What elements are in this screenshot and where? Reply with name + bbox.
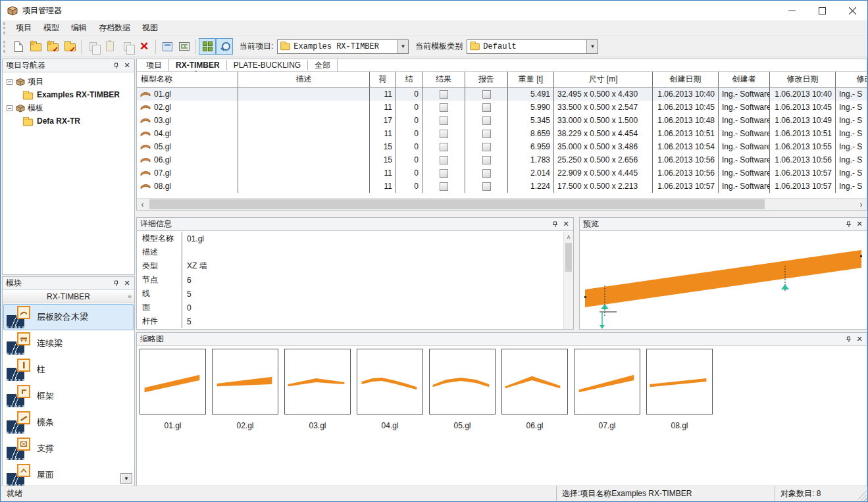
report-checkbox[interactable]: [482, 116, 491, 125]
pin-icon[interactable]: [111, 278, 122, 289]
thumbnail-item[interactable]: 07.gl: [574, 349, 640, 430]
collapse-icon[interactable]: [7, 79, 13, 85]
tree-node-projects[interactable]: 项目: [4, 75, 133, 88]
module-item-roof[interactable]: 屋面: [3, 462, 134, 486]
column-header-10[interactable]: 修改日期: [770, 72, 836, 87]
toolbar-grip[interactable]: [3, 22, 7, 34]
close-button[interactable]: [837, 1, 867, 20]
new-model-button[interactable]: [10, 38, 27, 55]
table-row[interactable]: 05.gl1506.95935.000 x 0.500 x 3.4861.06.…: [137, 140, 867, 153]
table-row[interactable]: 07.gl1102.01422.909 x 0.500 x 4.4451.06.…: [137, 166, 867, 180]
scrollbar-track[interactable]: [148, 199, 855, 210]
close-icon[interactable]: ✕: [122, 61, 132, 71]
pin-icon[interactable]: [550, 219, 561, 230]
module-item-bracing[interactable]: 支撑: [3, 436, 134, 462]
pin-icon[interactable]: [844, 219, 854, 230]
thumbnail-item[interactable]: 01.gl: [140, 349, 206, 430]
resize-grip[interactable]: [857, 486, 867, 501]
import-project-button[interactable]: [159, 38, 176, 55]
tree-node-templates[interactable]: 模板: [4, 101, 133, 114]
menu-item-3[interactable]: 存档数据: [93, 20, 136, 36]
column-header-11[interactable]: 修改者: [836, 72, 867, 87]
results-checkbox[interactable]: [440, 90, 448, 99]
chevron-down-icon[interactable]: ▼: [586, 40, 598, 53]
tab-0[interactable]: 项目: [140, 59, 169, 72]
column-header-2[interactable]: 荷: [370, 72, 396, 87]
toolbar-grip[interactable]: [3, 41, 7, 53]
results-checkbox[interactable]: [440, 169, 448, 178]
thumbnail-item[interactable]: 03.gl: [284, 349, 351, 430]
results-checkbox[interactable]: [440, 116, 448, 125]
minimize-button[interactable]: [777, 1, 807, 20]
column-header-6[interactable]: 重量 [t]: [508, 72, 554, 87]
column-header-1[interactable]: 描述: [238, 72, 370, 87]
scrollbar-thumb[interactable]: [565, 243, 572, 272]
model-preview[interactable]: [580, 232, 867, 329]
tree-node-default-template[interactable]: Defa RX-TR: [4, 114, 133, 128]
module-item-glulam-beam[interactable]: 层板胶合木梁: [3, 304, 134, 330]
delete-button[interactable]: ✕: [136, 38, 153, 55]
column-header-9[interactable]: 创建者: [719, 72, 770, 87]
preview-view-toggle[interactable]: [216, 38, 233, 55]
chevron-down-icon[interactable]: ▼: [397, 40, 408, 53]
column-header-7[interactable]: 尺寸 [m]: [554, 72, 653, 87]
close-icon[interactable]: ✕: [561, 219, 571, 230]
menu-item-4[interactable]: 视图: [136, 20, 164, 36]
tree-node-examples-rx-timber[interactable]: Examples RX-TIMBER: [4, 88, 133, 101]
current-project-combo[interactable]: Examples RX-TIMBER ▼: [277, 39, 409, 54]
table-row[interactable]: 04.gl1108.65938.229 x 0.500 x 4.4541.06.…: [137, 127, 867, 140]
open-project-button[interactable]: ★✓: [44, 38, 61, 55]
set-current-project-button[interactable]: ✓: [61, 38, 78, 55]
table-row[interactable]: 02.gl1105.99033.500 x 0.500 x 2.5471.06.…: [137, 101, 867, 114]
thumbnail-view-toggle[interactable]: [199, 38, 216, 55]
module-group-header[interactable]: RX-TIMBER: [3, 290, 134, 303]
pin-icon[interactable]: [111, 61, 122, 71]
copy-button[interactable]: [84, 38, 101, 55]
report-checkbox[interactable]: [482, 143, 491, 151]
thumbnail-image[interactable]: [646, 349, 713, 414]
thumbnail-item[interactable]: 05.gl: [429, 349, 496, 430]
results-checkbox[interactable]: [440, 143, 448, 151]
paste-button[interactable]: [101, 38, 118, 55]
close-icon[interactable]: ✕: [854, 334, 865, 345]
collapse-icon[interactable]: [7, 105, 13, 111]
table-row[interactable]: 01.gl1105.49132.495 x 0.500 x 4.4301.06.…: [137, 88, 867, 101]
scroll-up-icon[interactable]: ∧: [564, 232, 573, 241]
thumbnail-image[interactable]: [357, 349, 423, 414]
scroll-right-icon[interactable]: ›: [855, 199, 867, 210]
report-checkbox[interactable]: [482, 156, 491, 164]
pin-icon[interactable]: [844, 334, 854, 345]
column-header-5[interactable]: 报告: [465, 72, 508, 87]
report-checkbox[interactable]: [482, 182, 491, 191]
scrollbar-thumb[interactable]: [149, 199, 765, 209]
tab-1[interactable]: RX-TIMBER: [169, 60, 227, 70]
thumbnail-item[interactable]: 06.gl: [501, 349, 568, 430]
maximize-button[interactable]: [807, 1, 837, 20]
report-checkbox[interactable]: [482, 90, 491, 99]
duplicate-button[interactable]: [118, 38, 136, 55]
thumbnail-item[interactable]: 08.gl: [646, 349, 713, 430]
column-header-0[interactable]: 模型名称ˆ: [137, 72, 238, 87]
thumbnail-image[interactable]: [284, 349, 351, 414]
thumbnail-item[interactable]: 02.gl: [212, 349, 278, 430]
scroll-down-button[interactable]: ▼: [120, 473, 132, 484]
menu-item-0[interactable]: 项目: [10, 20, 38, 36]
results-checkbox[interactable]: [440, 182, 448, 191]
close-icon[interactable]: ✕: [854, 219, 865, 230]
archive-button[interactable]: [176, 38, 193, 55]
report-checkbox[interactable]: [482, 130, 491, 138]
new-project-button[interactable]: ★: [27, 38, 44, 55]
module-item-frame[interactable]: 框架: [3, 383, 134, 409]
column-header-4[interactable]: 结果: [422, 72, 465, 87]
template-category-combo[interactable]: Default ▼: [467, 39, 598, 54]
tab-3[interactable]: 全部: [308, 59, 338, 72]
table-row[interactable]: 08.gl1101.22417.500 x 0.500 x 2.2131.06.…: [137, 180, 867, 193]
column-header-3[interactable]: 结: [396, 72, 422, 87]
horizontal-scrollbar[interactable]: ‹ ›: [137, 198, 867, 210]
tab-2[interactable]: PLATE-BUCKLING: [227, 60, 308, 70]
thumbnail-image[interactable]: [429, 349, 496, 414]
thumbnail-item[interactable]: 04.gl: [357, 349, 423, 430]
close-icon[interactable]: ✕: [122, 278, 132, 289]
menu-item-2[interactable]: 编辑: [65, 20, 93, 36]
thumbnail-image[interactable]: [212, 349, 278, 414]
